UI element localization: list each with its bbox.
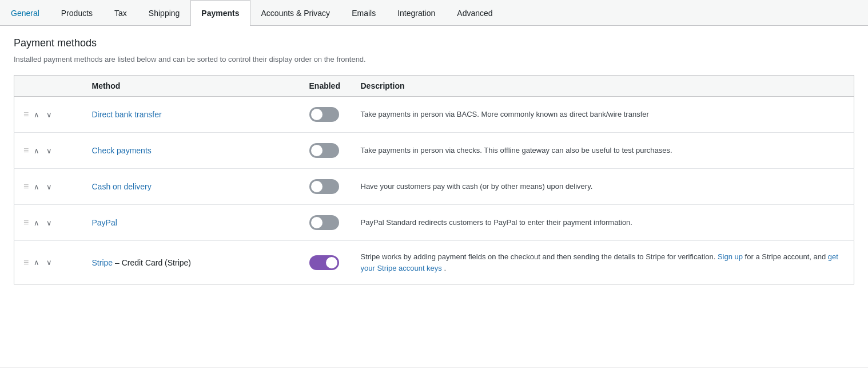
drag-controls: ≡ ∧ ∨ xyxy=(23,145,74,156)
description-text: Stripe works by adding payment fields on… xyxy=(361,252,838,272)
drag-handle-icon[interactable]: ≡ xyxy=(23,181,29,192)
toggle-slider-check-payments xyxy=(309,143,339,158)
description-cell: PayPal Standard redirects customers to P… xyxy=(352,205,854,241)
drag-controls: ≡ ∧ ∨ xyxy=(23,258,74,268)
payment-methods-table: Method Enabled Description ≡ ∧ ∨ Direct … xyxy=(14,75,854,284)
method-link-stripe[interactable]: Stripe xyxy=(92,258,113,267)
method-cell: PayPal xyxy=(83,205,300,241)
stripe-desc-middle: for a Stripe account, and xyxy=(745,252,828,261)
table-row: ≡ ∧ ∨ Check payments Take payments in pe… xyxy=(14,133,854,169)
move-down-button[interactable]: ∨ xyxy=(45,258,54,267)
move-up-button[interactable]: ∧ xyxy=(32,110,41,120)
toggle-paypal[interactable] xyxy=(309,215,339,230)
move-down-button[interactable]: ∨ xyxy=(45,182,54,192)
tab-products[interactable]: Products xyxy=(50,0,103,26)
description-text: Take payments in person via BACS. More c… xyxy=(361,110,649,118)
method-link-check-payments[interactable]: Check payments xyxy=(92,146,152,155)
tab-shipping[interactable]: Shipping xyxy=(138,0,191,26)
method-link-cash-on-delivery[interactable]: Cash on delivery xyxy=(92,182,152,191)
move-down-button[interactable]: ∨ xyxy=(45,110,54,120)
table-row: ≡ ∧ ∨ Cash on delivery Have your custome… xyxy=(14,169,854,205)
move-up-button[interactable]: ∧ xyxy=(32,182,41,192)
toggle-cash-on-delivery[interactable] xyxy=(309,179,339,194)
description-cell: Have your customers pay with cash (or by… xyxy=(352,169,854,205)
enabled-cell xyxy=(300,205,352,241)
page-title: Payment methods xyxy=(14,37,854,49)
drag-cell: ≡ ∧ ∨ xyxy=(14,97,83,133)
tab-accounts-privacy[interactable]: Accounts & Privacy xyxy=(250,0,341,26)
toggle-slider-stripe xyxy=(309,255,339,270)
method-link-direct-bank-transfer[interactable]: Direct bank transfer xyxy=(92,110,162,119)
move-down-button[interactable]: ∨ xyxy=(45,146,54,156)
drag-handle-icon[interactable]: ≡ xyxy=(23,109,29,120)
method-link-paypal[interactable]: PayPal xyxy=(92,218,117,227)
move-down-button[interactable]: ∨ xyxy=(45,218,54,228)
method-cell: Check payments xyxy=(83,133,300,169)
method-cell: Stripe – Credit Card (Stripe) xyxy=(83,241,300,284)
drag-handle-icon[interactable]: ≡ xyxy=(23,145,29,156)
drag-controls: ≡ ∧ ∨ xyxy=(23,217,74,228)
drag-controls: ≡ ∧ ∨ xyxy=(23,109,74,120)
tab-tax[interactable]: Tax xyxy=(103,0,138,26)
method-cell: Direct bank transfer xyxy=(83,97,300,133)
enabled-cell xyxy=(300,241,352,284)
stripe-signup-link[interactable]: Sign up xyxy=(718,252,743,261)
col-header-description: Description xyxy=(352,76,854,97)
drag-handle-icon[interactable]: ≡ xyxy=(23,217,29,228)
description-cell: Take payments in person via BACS. More c… xyxy=(352,97,854,133)
page-description: Installed payment methods are listed bel… xyxy=(14,55,854,64)
toggle-slider-direct-bank-transfer xyxy=(309,107,339,122)
drag-cell: ≡ ∧ ∨ xyxy=(14,241,83,284)
enabled-cell xyxy=(300,97,352,133)
col-header-enabled: Enabled xyxy=(300,76,352,97)
move-up-button[interactable]: ∧ xyxy=(32,258,41,267)
enabled-cell xyxy=(300,169,352,205)
drag-handle-icon[interactable]: ≡ xyxy=(23,258,29,268)
method-suffix-stripe: – Credit Card (Stripe) xyxy=(113,258,191,267)
method-cell: Cash on delivery xyxy=(83,169,300,205)
tab-bar: General Products Tax Shipping Payments A… xyxy=(0,0,868,26)
description-text: PayPal Standard redirects customers to P… xyxy=(361,218,632,227)
table-header-row: Method Enabled Description xyxy=(14,76,854,97)
tab-advanced[interactable]: Advanced xyxy=(446,0,503,26)
drag-cell: ≡ ∧ ∨ xyxy=(14,169,83,205)
toggle-check-payments[interactable] xyxy=(309,143,339,158)
stripe-desc-before: Stripe works by adding payment fields on… xyxy=(361,252,718,261)
enabled-cell xyxy=(300,133,352,169)
description-cell: Take payments in person via checks. This… xyxy=(352,133,854,169)
move-up-button[interactable]: ∧ xyxy=(32,146,41,156)
description-cell: Stripe works by adding payment fields on… xyxy=(352,241,854,284)
toggle-direct-bank-transfer[interactable] xyxy=(309,107,339,122)
tab-integration[interactable]: Integration xyxy=(387,0,446,26)
drag-cell: ≡ ∧ ∨ xyxy=(14,205,83,241)
toggle-stripe[interactable] xyxy=(309,255,339,270)
page-content: Payment methods Installed payment method… xyxy=(0,26,868,367)
col-header-drag xyxy=(14,76,83,97)
description-text: Have your customers pay with cash (or by… xyxy=(361,182,593,191)
tab-payments[interactable]: Payments xyxy=(190,0,250,26)
toggle-slider-paypal xyxy=(309,215,339,230)
table-row: ≡ ∧ ∨ Direct bank transfer Take payments… xyxy=(14,97,854,133)
drag-cell: ≡ ∧ ∨ xyxy=(14,133,83,169)
col-header-method: Method xyxy=(83,76,300,97)
tab-general[interactable]: General xyxy=(0,0,50,26)
table-row: ≡ ∧ ∨ Stripe – Credit Card (Stripe) xyxy=(14,241,854,284)
tab-emails[interactable]: Emails xyxy=(341,0,387,26)
toggle-slider-cash-on-delivery xyxy=(309,179,339,194)
table-row: ≡ ∧ ∨ PayPal PayPal Standard redirects c… xyxy=(14,205,854,241)
stripe-desc-after: . xyxy=(444,264,446,272)
drag-controls: ≡ ∧ ∨ xyxy=(23,181,74,192)
move-up-button[interactable]: ∧ xyxy=(32,218,41,228)
description-text: Take payments in person via checks. This… xyxy=(361,146,672,155)
